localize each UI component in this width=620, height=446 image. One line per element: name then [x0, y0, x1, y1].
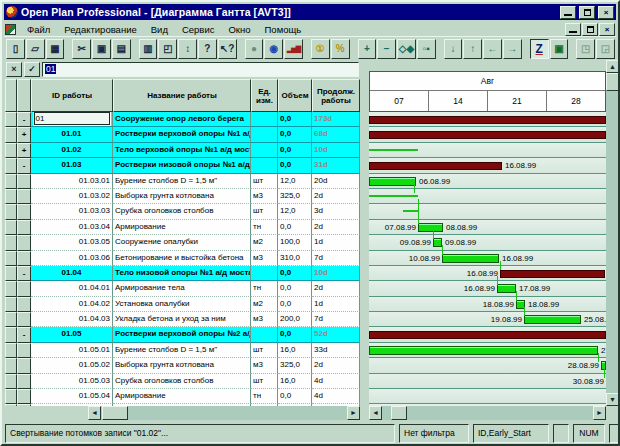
row-selector[interactable]: [5, 235, 17, 250]
row-selector[interactable]: [5, 312, 17, 327]
print-preview-button[interactable]: ◰: [158, 39, 177, 59]
header-duration[interactable]: Продолж. работы: [312, 79, 360, 112]
collapse-toggle[interactable]: -: [17, 112, 31, 127]
table-row[interactable]: 01.03.06Бетонирование и выстойка бетонам…: [5, 251, 360, 266]
gantt-h-scrollbar[interactable]: ◄ ►: [369, 406, 606, 420]
row-selector[interactable]: [5, 266, 17, 281]
copy-button[interactable]: ▣: [92, 39, 111, 59]
gantt-v-scrollbar[interactable]: ▲ ▼: [606, 60, 619, 406]
percent-button[interactable]: %: [331, 39, 350, 59]
row-selector[interactable]: [5, 127, 17, 142]
panel-splitter[interactable]: [360, 60, 369, 420]
open-button[interactable]: ▱: [26, 39, 45, 59]
child-minimize-button[interactable]: [565, 23, 581, 36]
summary-bar[interactable]: [369, 331, 606, 339]
row-selector[interactable]: [5, 343, 17, 358]
histogram-button[interactable]: ▂▅▇: [284, 39, 303, 59]
scroll-up-icon[interactable]: ▲: [606, 60, 619, 73]
table-row[interactable]: 01.03.03Срубка оголовков столбовшт12,03d: [5, 204, 360, 219]
row-selector[interactable]: [5, 204, 17, 219]
task-bar[interactable]: [369, 346, 598, 355]
cut-button[interactable]: ✂: [72, 39, 91, 59]
table-row[interactable]: 01.03.02Выборка грунта котлованам3325,02…: [5, 189, 360, 204]
menu-вид[interactable]: Вид: [144, 23, 175, 36]
table-row[interactable]: 01.03.04Армированиетн0,02d: [5, 220, 360, 235]
resources-button[interactable]: ◉: [264, 39, 283, 59]
summary-bar[interactable]: [369, 162, 502, 170]
menu-окно[interactable]: Окно: [221, 23, 257, 36]
summary-bar[interactable]: [500, 270, 605, 278]
network-view-button[interactable]: ▣: [550, 39, 569, 59]
paste-button[interactable]: ▤: [112, 39, 131, 59]
table-row[interactable]: -01.05Ростверки верховой опоры №2 а/д0,0…: [5, 327, 360, 342]
edit-cancel-button[interactable]: ×: [6, 62, 22, 77]
row-selector[interactable]: [5, 189, 17, 204]
restore-button[interactable]: [579, 6, 595, 19]
unlink-button[interactable]: ▫▪: [417, 39, 436, 59]
collapse-toggle[interactable]: -: [17, 266, 31, 281]
row-selector[interactable]: [5, 251, 17, 266]
scroll-thumb[interactable]: [391, 406, 407, 420]
row-selector[interactable]: [5, 404, 17, 406]
task-bar[interactable]: [524, 315, 581, 324]
table-row[interactable]: -01.03Ростверки низовой опоры №1 а/д м0,…: [5, 158, 360, 173]
row-selector[interactable]: [5, 297, 17, 312]
table-row[interactable]: -01Сооружение опор левого берега0,0173d: [5, 112, 360, 127]
task-bar[interactable]: [442, 254, 499, 263]
row-selector[interactable]: [5, 174, 17, 189]
row-selector[interactable]: [5, 327, 17, 342]
scroll-right-icon[interactable]: ►: [347, 406, 360, 420]
link-button[interactable]: ◇◆: [397, 39, 416, 59]
cost-button[interactable]: ①: [311, 39, 330, 59]
save-button[interactable]: ▦: [46, 39, 65, 59]
new-button[interactable]: ▯: [6, 39, 25, 59]
minimize-button[interactable]: [560, 6, 576, 19]
menu-сервис[interactable]: Сервис: [175, 23, 222, 36]
scroll-down-icon[interactable]: ▼: [606, 393, 619, 406]
edit-accept-button[interactable]: ✓: [24, 62, 40, 77]
gantt-view-button[interactable]: Z: [530, 39, 549, 59]
menu-редактирование[interactable]: Редактирование: [57, 23, 143, 36]
document-icon[interactable]: [5, 24, 16, 35]
scroll-left-icon[interactable]: ◄: [369, 406, 382, 420]
table-row[interactable]: 01.05.03Срубка оголовков столбовшт16,04d: [5, 374, 360, 389]
scroll-thumb[interactable]: [606, 73, 619, 91]
header-name[interactable]: Название работы: [113, 79, 251, 112]
print-button[interactable]: ▥: [139, 39, 158, 59]
summary-bar[interactable]: [369, 116, 606, 124]
header-unit[interactable]: Ед. изм.: [251, 79, 278, 112]
expand-toggle[interactable]: +: [17, 127, 31, 142]
menu-файл[interactable]: Файл: [20, 23, 57, 36]
row-selector[interactable]: [5, 358, 17, 373]
collapse-toggle[interactable]: -: [17, 327, 31, 342]
add-activity-button[interactable]: +: [358, 39, 377, 59]
table-row[interactable]: 01.05.02Выборка грунта котлованам3325,02…: [5, 358, 360, 373]
row-selector[interactable]: [5, 112, 17, 127]
delete-activity-button[interactable]: −: [377, 39, 396, 59]
row-selector[interactable]: [5, 220, 17, 235]
table-row[interactable]: -01.04Тело низовой опоры №1 а/д моста0,0…: [5, 266, 360, 281]
help-button[interactable]: ?: [198, 39, 217, 59]
inline-cell-editor[interactable]: 01: [34, 112, 110, 125]
context-help-button[interactable]: ↖?: [218, 39, 237, 59]
row-selector[interactable]: [5, 281, 17, 296]
scroll-right-icon[interactable]: ►: [593, 406, 606, 420]
row-selector[interactable]: [5, 389, 17, 404]
move-right-button[interactable]: →: [503, 39, 522, 59]
row-selector[interactable]: [5, 374, 17, 389]
task-bar[interactable]: [497, 284, 516, 293]
table-row[interactable]: 01.03.05Сооружение опалубким2100,01d: [5, 235, 360, 250]
task-bar[interactable]: [418, 223, 443, 232]
row-selector[interactable]: [5, 158, 17, 173]
child-restore-button[interactable]: [582, 23, 598, 36]
header-id[interactable]: ID работы: [31, 79, 113, 112]
sort-button[interactable]: ↕: [178, 39, 197, 59]
table-h-scrollbar[interactable]: ◄ ►: [88, 406, 360, 420]
table-row[interactable]: 01.04.01Армирование телатн0,02d: [5, 281, 360, 296]
cell-edit-input[interactable]: 01: [42, 62, 359, 77]
table-row[interactable]: 01.04.03Укладка бетона и уход за нимм320…: [5, 312, 360, 327]
table-row[interactable]: +01.02Тело верховой опоры №1 а/д моста0,…: [5, 143, 360, 158]
row-selector[interactable]: [5, 143, 17, 158]
header-volume[interactable]: Объем: [278, 79, 312, 112]
scroll-thumb[interactable]: [102, 406, 128, 420]
